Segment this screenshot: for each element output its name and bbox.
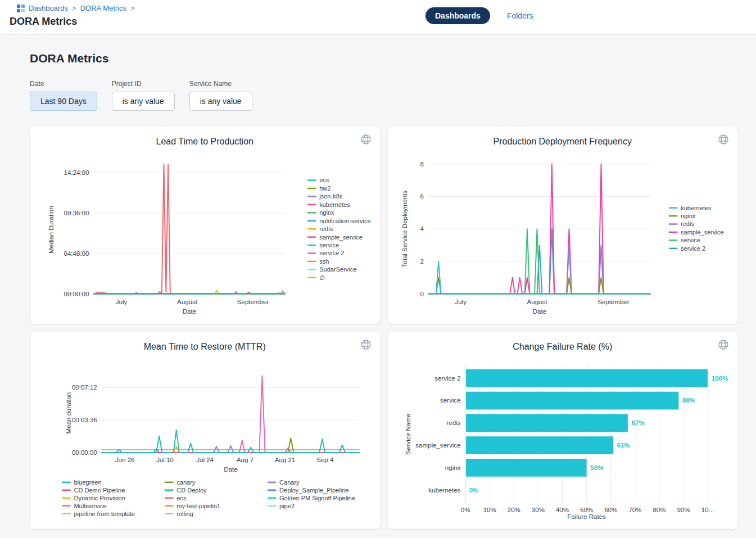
- dashboards-grid-icon: [17, 4, 25, 12]
- tab-folders[interactable]: Folders: [507, 11, 533, 20]
- y-axis-title: Service Name: [404, 414, 411, 454]
- legend-item-kubernetes[interactable]: kubernetes: [668, 205, 711, 211]
- page-title: DORA Metrics: [10, 16, 77, 28]
- svg-text:Jun 26: Jun 26: [115, 456, 135, 463]
- svg-text:Canary: Canary: [279, 479, 300, 486]
- legend-item-pipeline-from-template[interactable]: pipeline from template: [62, 510, 135, 517]
- filter-project-id-button[interactable]: is any value: [112, 92, 175, 111]
- legend-item-ecs[interactable]: ecs: [307, 177, 329, 183]
- svg-text:rolling: rolling: [176, 510, 193, 517]
- bars: service 2100%service88%redis67%sample_se…: [415, 369, 728, 494]
- breadcrumb-separator: >: [130, 4, 135, 12]
- svg-text:00:00:00: 00:00:00: [64, 291, 89, 297]
- globe-icon[interactable]: [360, 339, 372, 350]
- svg-text:sample_service: sample_service: [319, 234, 363, 241]
- svg-text:Aug 7: Aug 7: [237, 456, 253, 463]
- legend-item-hw2[interactable]: hw2: [307, 185, 331, 192]
- x-axis-title: Date: [532, 308, 546, 315]
- legend-item-cd-deploy[interactable]: CD Deploy: [165, 487, 207, 494]
- x-axis-title: Failure Rates: [567, 513, 606, 519]
- mttr-chart: 00:00:0000:03:3600:07:12Jun 26Jul 10Jul …: [37, 352, 373, 517]
- lead-time-chart: 00:00:0004:48:0009:36:0014:24:00JulyAugu…: [37, 147, 373, 315]
- legend-item-bluegreen[interactable]: bluegreen: [62, 479, 101, 486]
- legend-item-sample-service[interactable]: sample_service: [668, 229, 723, 236]
- svg-text:4: 4: [420, 225, 424, 232]
- y-axis: 00:00:0004:48:0009:36:0014:24:00: [64, 169, 89, 297]
- svg-text:ecs: ecs: [319, 177, 329, 183]
- legend-item-multiservice[interactable]: Multiservice: [62, 503, 106, 509]
- svg-text:ssh: ssh: [319, 258, 329, 265]
- svg-text:6: 6: [420, 193, 423, 200]
- globe-icon[interactable]: [360, 134, 372, 145]
- legend-item-canary[interactable]: Canary: [268, 479, 300, 486]
- legend-item-cd-demo-pipeline[interactable]: CD Demo Pipeline: [62, 487, 125, 494]
- series-lines: [94, 164, 285, 294]
- svg-text:redis: redis: [319, 225, 333, 232]
- svg-text:90%: 90%: [677, 507, 690, 513]
- svg-text:hw2: hw2: [319, 185, 331, 192]
- legend-item-json-k8s[interactable]: json-k8s: [307, 193, 343, 200]
- svg-text:service: service: [680, 237, 700, 243]
- top-header: Dashboards > DORA Metrics > DORA Metrics…: [0, 0, 756, 35]
- change-failure-rate-chart: 0%10%20%30%40%50%60%70%80%90%10...servic…: [395, 352, 731, 519]
- svg-text:pipeline from template: pipeline from template: [74, 510, 135, 517]
- svg-text:redis: redis: [680, 220, 694, 227]
- card-lead-time: Lead Time to Production 00:00:0004:48:00…: [30, 126, 380, 324]
- filter-service-name: Service Name is any value: [189, 80, 252, 111]
- svg-text:Jul 24: Jul 24: [196, 456, 214, 463]
- bar-sample-service: [466, 436, 613, 454]
- bar-value-label: 100%: [711, 375, 728, 382]
- legend-item-service-2[interactable]: service 2: [307, 250, 344, 256]
- filter-date-button[interactable]: Last 90 Days: [30, 92, 97, 111]
- chart-title: Production Deployment Frequency: [395, 137, 731, 147]
- legend-item-golden-pm-signoff-pipeline[interactable]: Golden PM Signoff Pipeline: [268, 495, 355, 501]
- legend-item-pipe2[interactable]: pipe2: [268, 503, 295, 509]
- svg-text:00:07:12: 00:07:12: [72, 384, 97, 391]
- legend-item-ecs[interactable]: ecs: [165, 495, 187, 501]
- svg-text:10...: 10...: [701, 507, 713, 513]
- legend-item-service[interactable]: service: [668, 237, 700, 243]
- globe-icon[interactable]: [718, 134, 729, 145]
- legend-item-ssh[interactable]: ssh: [307, 258, 329, 265]
- legend-item-rolling[interactable]: rolling: [165, 510, 193, 517]
- svg-text:September: September: [597, 299, 630, 305]
- svg-text:09:36:00: 09:36:00: [64, 210, 89, 216]
- breadcrumb-link-dashboards[interactable]: Dashboards: [29, 4, 68, 12]
- tab-dashboards[interactable]: Dashboards: [425, 7, 490, 24]
- legend: kubernetesnginxredissample_serviceservic…: [668, 205, 723, 252]
- card-deployment-frequency: Production Deployment Frequency 02468Jul…: [388, 126, 738, 324]
- bar-redis: [466, 414, 628, 432]
- svg-text:0%: 0%: [460, 507, 470, 513]
- legend-item-service[interactable]: service: [307, 242, 339, 248]
- breadcrumb-link-dora-metrics[interactable]: DORA Metrics: [80, 4, 126, 12]
- legend-item-deploy-sample-pipeline[interactable]: Deploy_Sample_Pipeline: [268, 487, 349, 494]
- bar-category-label: sample_service: [415, 442, 460, 449]
- legend: ecshw2json-k8skubernetesnginxnotificatio…: [307, 177, 371, 281]
- series-line-bluegreen: [102, 430, 359, 453]
- bar-category-label: service: [440, 397, 460, 404]
- legend-item-sudarservice[interactable]: SudarService: [307, 266, 356, 273]
- filter-service-name-button[interactable]: is any value: [189, 92, 252, 111]
- svg-text:my-test-pipelin1: my-test-pipelin1: [176, 503, 220, 509]
- header-tabs: Dashboards Folders: [425, 7, 533, 24]
- legend-item-nginx[interactable]: nginx: [307, 209, 334, 216]
- legend-item-redis[interactable]: redis: [668, 220, 694, 227]
- dashboard-title: DORA Metrics: [30, 35, 737, 65]
- legend-item-redis[interactable]: redis: [307, 225, 333, 232]
- bar-category-label: service 2: [434, 375, 460, 382]
- legend-item-service-2[interactable]: service 2: [668, 245, 705, 252]
- svg-text:14:24:00: 14:24:00: [64, 169, 89, 176]
- legend-item-notification-service[interactable]: notification-service: [307, 218, 371, 224]
- legend-item-canary[interactable]: canary: [165, 479, 196, 486]
- gridlines: [102, 388, 359, 421]
- legend-item--[interactable]: ∅: [307, 274, 325, 281]
- globe-icon[interactable]: [718, 339, 729, 350]
- svg-text:pipe2: pipe2: [279, 503, 295, 509]
- legend-item-my-test-pipelin1[interactable]: my-test-pipelin1: [165, 503, 220, 509]
- legend-item-dynamic-provision[interactable]: Dynamic Provision: [62, 495, 125, 501]
- svg-text:service 2: service 2: [680, 245, 705, 252]
- filter-service-name-label: Service Name: [189, 80, 252, 88]
- legend-item-kubernetes[interactable]: kubernetes: [307, 201, 350, 208]
- legend-item-nginx[interactable]: nginx: [668, 213, 695, 219]
- legend-item-sample-service[interactable]: sample_service: [307, 234, 363, 241]
